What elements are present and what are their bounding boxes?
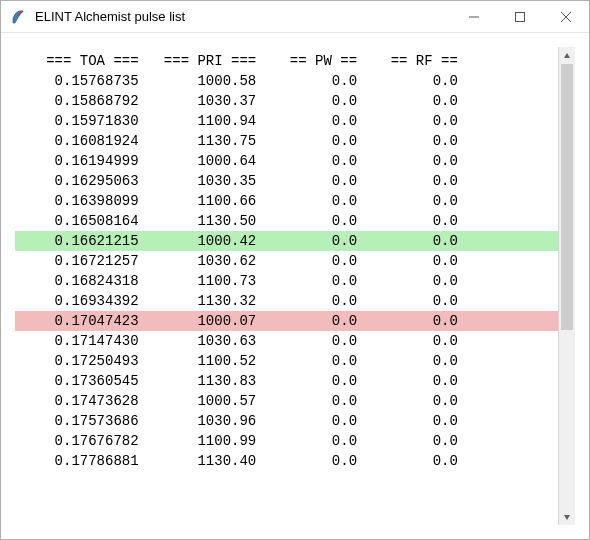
- pulse-row[interactable]: 0.16934392 1130.32 0.0 0.0: [15, 291, 558, 311]
- pulse-row[interactable]: 0.16295063 1030.35 0.0 0.0: [15, 171, 558, 191]
- pulse-row[interactable]: 0.17573686 1030.96 0.0 0.0: [15, 411, 558, 431]
- pulse-row[interactable]: 0.17676782 1100.99 0.0 0.0: [15, 431, 558, 451]
- column-headers: === TOA === === PRI === == PW == == RF =…: [15, 51, 558, 71]
- sunken-frame: === TOA === === PRI === == PW == == RF =…: [13, 45, 577, 527]
- svg-marker-4: [564, 53, 570, 58]
- scroll-down-button[interactable]: [559, 508, 575, 525]
- pulse-row[interactable]: 0.17250493 1100.52 0.0 0.0: [15, 351, 558, 371]
- scroll-up-button[interactable]: [559, 47, 575, 64]
- pulse-row[interactable]: 0.15971830 1100.94 0.0 0.0: [15, 111, 558, 131]
- app-window: ELINT Alchemist pulse list === TOA === =…: [0, 0, 590, 540]
- close-button[interactable]: [543, 1, 589, 32]
- pulse-row[interactable]: 0.17360545 1130.83 0.0 0.0: [15, 371, 558, 391]
- pulse-row[interactable]: 0.16508164 1130.50 0.0 0.0: [15, 211, 558, 231]
- pulse-row[interactable]: 0.17473628 1000.57 0.0 0.0: [15, 391, 558, 411]
- pulse-row[interactable]: 0.17147430 1030.63 0.0 0.0: [15, 331, 558, 351]
- pulse-row[interactable]: 0.15868792 1030.37 0.0 0.0: [15, 91, 558, 111]
- window-controls: [451, 1, 589, 32]
- minimize-button[interactable]: [451, 1, 497, 32]
- scroll-thumb[interactable]: [561, 64, 573, 330]
- client-area: === TOA === === PRI === == PW == == RF =…: [1, 33, 589, 539]
- window-title: ELINT Alchemist pulse list: [35, 9, 451, 24]
- pulse-row[interactable]: 0.16194999 1000.64 0.0 0.0: [15, 151, 558, 171]
- pulse-row[interactable]: 0.17047423 1000.07 0.0 0.0: [15, 311, 558, 331]
- scroll-track[interactable]: [559, 64, 575, 508]
- pulse-row[interactable]: 0.15768735 1000.58 0.0 0.0: [15, 71, 558, 91]
- svg-rect-1: [516, 12, 525, 21]
- pulse-row[interactable]: 0.17786881 1130.40 0.0 0.0: [15, 451, 558, 471]
- vertical-scrollbar[interactable]: [558, 47, 575, 525]
- pulse-row[interactable]: 0.16824318 1100.73 0.0 0.0: [15, 271, 558, 291]
- maximize-button[interactable]: [497, 1, 543, 32]
- pulse-row[interactable]: 0.16721257 1030.62 0.0 0.0: [15, 251, 558, 271]
- pulse-row[interactable]: 0.16081924 1130.75 0.0 0.0: [15, 131, 558, 151]
- pulse-row[interactable]: 0.16621215 1000.42 0.0 0.0: [15, 231, 558, 251]
- titlebar[interactable]: ELINT Alchemist pulse list: [1, 1, 589, 33]
- pulse-listbox[interactable]: === TOA === === PRI === == PW == == RF =…: [15, 47, 558, 525]
- svg-marker-5: [564, 515, 570, 520]
- pulse-row[interactable]: 0.16398099 1100.66 0.0 0.0: [15, 191, 558, 211]
- app-icon: [9, 8, 27, 26]
